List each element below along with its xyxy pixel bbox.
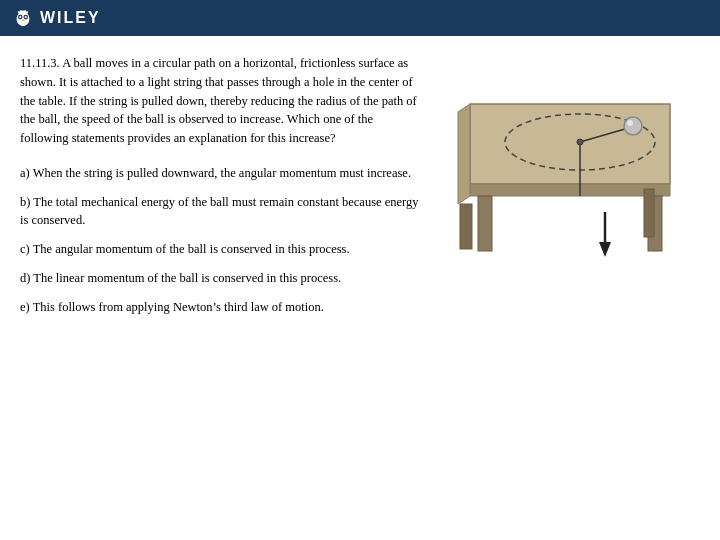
option-a-text: When the string is pulled downward, the … bbox=[33, 166, 411, 180]
right-column bbox=[440, 54, 700, 326]
svg-rect-12 bbox=[644, 189, 654, 237]
header: WILEY bbox=[0, 0, 720, 36]
option-c-text: The angular momentum of the ball is cons… bbox=[33, 242, 350, 256]
option-d-label: d) bbox=[20, 271, 33, 285]
svg-marker-8 bbox=[458, 104, 470, 204]
option-e: e) This follows from applying Newton’s t… bbox=[20, 298, 420, 317]
option-b-text: The total mechanical energy of the ball … bbox=[20, 195, 418, 228]
wiley-logo: WILEY bbox=[12, 7, 101, 29]
question-body: A ball moves in a circular path on a hor… bbox=[20, 56, 417, 145]
table-diagram bbox=[450, 64, 690, 268]
wiley-brand-text: WILEY bbox=[40, 9, 101, 27]
svg-point-16 bbox=[627, 120, 633, 126]
option-d-text: The linear momentum of the ball is conse… bbox=[33, 271, 341, 285]
question-block: 11.11.3. A ball moves in a circular path… bbox=[20, 54, 420, 148]
svg-point-4 bbox=[25, 16, 27, 18]
svg-point-17 bbox=[577, 139, 583, 145]
option-e-text: This follows from applying Newton’s thir… bbox=[33, 300, 324, 314]
svg-marker-20 bbox=[599, 242, 611, 257]
svg-point-15 bbox=[624, 117, 642, 135]
option-d: d) The linear momentum of the ball is co… bbox=[20, 269, 420, 288]
main-content: 11.11.3. A ball moves in a circular path… bbox=[0, 36, 720, 336]
option-b: b) The total mechanical energy of the ba… bbox=[20, 193, 420, 231]
question-number: 11.11.3. bbox=[20, 56, 62, 70]
option-a: a) When the string is pulled downward, t… bbox=[20, 164, 420, 183]
svg-point-3 bbox=[19, 16, 21, 18]
option-a-label: a) bbox=[20, 166, 33, 180]
option-b-label: b) bbox=[20, 195, 33, 209]
table-svg bbox=[450, 64, 690, 264]
svg-marker-6 bbox=[470, 104, 670, 184]
option-c: c) The angular momentum of the ball is c… bbox=[20, 240, 420, 259]
svg-rect-9 bbox=[478, 196, 492, 251]
svg-marker-7 bbox=[470, 184, 670, 196]
option-c-label: c) bbox=[20, 242, 33, 256]
left-column: 11.11.3. A ball moves in a circular path… bbox=[20, 54, 420, 326]
owl-icon bbox=[12, 7, 34, 29]
option-e-label: e) bbox=[20, 300, 33, 314]
svg-rect-11 bbox=[460, 204, 472, 249]
